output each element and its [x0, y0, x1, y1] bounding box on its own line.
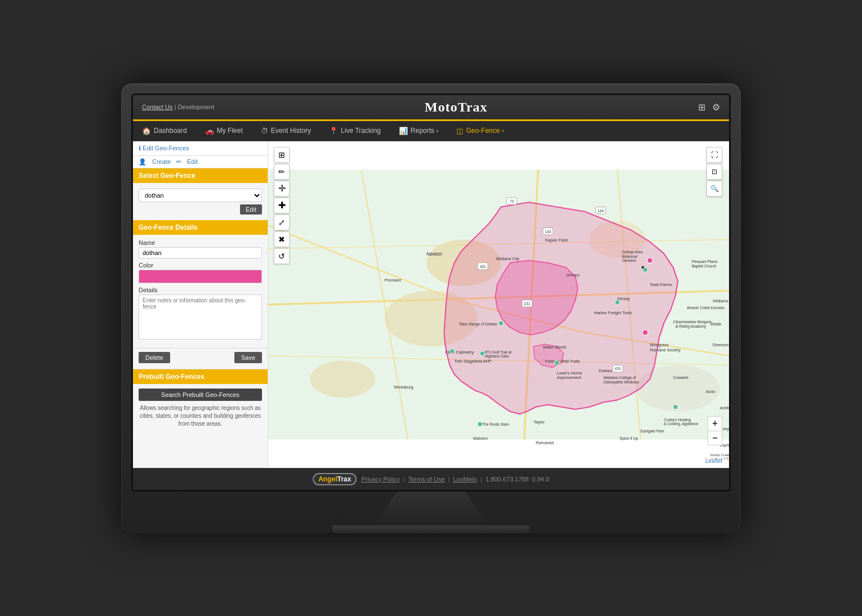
- app-footer: AngelTrax Privacy Policy | Terms of Use …: [133, 468, 729, 490]
- login-link[interactable]: LooMeIn: [453, 476, 477, 483]
- create-link[interactable]: Create: [152, 158, 171, 165]
- breadcrumb: ℹ Edit Geo-Fences: [133, 141, 268, 156]
- svg-text:Ebenezer Baptist Church: Ebenezer Baptist Church: [713, 343, 729, 347]
- footer-logo-text: AngelTrax: [313, 473, 357, 485]
- geo-fence-select[interactable]: dothan: [139, 189, 262, 202]
- terms-link[interactable]: Terms of Use: [408, 476, 445, 483]
- svg-text:Todd Farms: Todd Farms: [650, 282, 672, 287]
- layers-icon: ⊞: [278, 150, 285, 159]
- svg-text:RTJ Golf Trail at: RTJ Golf Trail at: [485, 350, 512, 354]
- shrink-icon: ⊡: [712, 168, 717, 176]
- nav-item-reports[interactable]: 📊 Reports ›: [390, 121, 447, 141]
- delete-button[interactable]: Delete: [139, 352, 170, 363]
- svg-text:134: 134: [597, 208, 603, 212]
- svg-text:Water World: Water World: [543, 345, 566, 350]
- nav-item-event-history[interactable]: ⏱ Event History: [252, 121, 320, 141]
- dashboard-icon: 🏠: [142, 127, 151, 135]
- map-container: Newton Pinckard Midland City Napier Fiel…: [268, 141, 729, 468]
- grid-icon[interactable]: ⊞: [698, 102, 705, 113]
- svg-text:Spice It Up: Spice It Up: [620, 436, 638, 440]
- svg-point-67: [642, 329, 648, 335]
- svg-text:Kinsey: Kinsey: [617, 296, 630, 301]
- prebuilt-section: Prebuilt Geo-Fences Search Prebuilt Geo-…: [133, 369, 268, 432]
- draw-icon: ✏: [278, 167, 285, 176]
- contact-link[interactable]: Contact Us: [142, 104, 172, 110]
- svg-text:134: 134: [545, 229, 551, 233]
- nav-bar: 🏠 Dashboard 🚗 My Fleet ⏱ Event History 📍…: [133, 121, 729, 141]
- crosshair-tool-button[interactable]: ✛: [274, 181, 290, 197]
- svg-text:Baptist Church: Baptist Church: [692, 264, 717, 268]
- shrink-button[interactable]: ⊡: [707, 164, 722, 180]
- edit-button[interactable]: Edit: [240, 204, 262, 215]
- footer-sep3: |: [481, 476, 482, 483]
- nav-item-live-tracking[interactable]: 📍 Live Tracking: [320, 121, 390, 141]
- search-map-button[interactable]: 🔍: [707, 181, 722, 197]
- svg-text:Toth Stagefield AHP: Toth Stagefield AHP: [455, 359, 492, 364]
- svg-text:Ashford: Ashford: [719, 405, 729, 410]
- draw-tool-button[interactable]: ✏: [274, 164, 290, 180]
- save-button[interactable]: Save: [234, 352, 262, 363]
- nav-label-dashboard: Dashboard: [154, 127, 187, 135]
- select-geo-fence-header: Select Geo-Fence: [133, 168, 268, 183]
- zoom-out-button[interactable]: −: [708, 431, 722, 445]
- svg-text:Harbor Freight Tools: Harbor Freight Tools: [594, 310, 632, 315]
- header-icons: ⊞ ⚙: [698, 102, 720, 113]
- delete-tool-button[interactable]: ✖: [274, 231, 290, 247]
- leaflet-link[interactable]: Leaflet: [705, 458, 722, 464]
- footer-links: Privacy Policy | Terms of Use | LooMeIn …: [361, 476, 549, 483]
- name-input[interactable]: [139, 247, 262, 258]
- svg-text:Williams: Williams: [713, 298, 728, 303]
- nav-item-dashboard[interactable]: 🏠 Dashboard: [133, 121, 196, 141]
- sidebar: ℹ Edit Geo-Fences 👤 Create ✏ Edit Select…: [133, 141, 268, 468]
- privacy-link[interactable]: Privacy Policy: [361, 476, 399, 483]
- svg-text:Dothan Area: Dothan Area: [622, 250, 643, 254]
- search-prebuilt-button[interactable]: Search Prebuilt Geo-Fences: [139, 389, 262, 401]
- breadcrumb-edit-link[interactable]: Edit Geo-Fences: [143, 145, 189, 151]
- select-body: dothan Edit: [133, 183, 268, 220]
- pan-tool-button[interactable]: ✚: [274, 198, 290, 213]
- details-label: Details: [139, 287, 262, 293]
- svg-text:Clearmeadow Morgans: Clearmeadow Morgans: [673, 320, 712, 324]
- edit-link[interactable]: Edit: [187, 158, 198, 165]
- rotate-tool-button[interactable]: ↺: [274, 248, 290, 264]
- resize-tool-button[interactable]: ⤢: [274, 215, 290, 230]
- footer-phone: 1.800.673.1788: [486, 476, 528, 483]
- nav-item-my-fleet[interactable]: 🚗 My Fleet: [196, 121, 252, 141]
- nav-label-reports: Reports ›: [411, 127, 438, 135]
- map-controls-top-right: ⛶ ⊡ 🔍: [707, 147, 722, 197]
- nav-item-geo-fence[interactable]: ◫ Geo-Fence ›: [447, 121, 513, 141]
- footer-version: 0.94.0: [532, 476, 549, 483]
- main-content: ℹ Edit Geo-Fences 👤 Create ✏ Edit Select…: [133, 141, 729, 468]
- geo-fence-icon: ◫: [456, 127, 463, 135]
- svg-point-65: [647, 257, 653, 263]
- app-header: Contact Us | Development MotoTrax ⊞ ⚙: [133, 95, 729, 121]
- delete-icon: ✖: [278, 235, 285, 244]
- search-map-icon: 🔍: [710, 185, 719, 193]
- map-svg: Newton Pinckard Midland City Napier Fiel…: [268, 141, 729, 468]
- svg-text:Highland Oaks: Highland Oaks: [485, 354, 509, 359]
- zoom-in-button[interactable]: +: [708, 416, 722, 431]
- svg-text:Improvement: Improvement: [557, 375, 581, 380]
- svg-text:431: 431: [615, 367, 621, 371]
- footer-sep2: |: [448, 476, 450, 483]
- fullscreen-button[interactable]: ⛶: [707, 147, 722, 163]
- svg-text:Avon: Avon: [706, 389, 716, 394]
- svg-text:CBW Cabinetry: CBW Cabinetry: [445, 349, 474, 354]
- svg-text:231: 231: [524, 301, 530, 305]
- svg-text:Newton: Newton: [426, 252, 442, 257]
- nav-label-geo-fence: Geo-Fence ›: [466, 127, 504, 135]
- svg-point-70: [450, 349, 454, 353]
- svg-point-12: [310, 360, 375, 398]
- pan-icon: ✚: [278, 200, 286, 211]
- svg-text:Botanical: Botanical: [622, 254, 638, 258]
- svg-text:Rehobeth: Rehobeth: [536, 440, 554, 445]
- details-textarea[interactable]: [139, 294, 262, 340]
- monitor-stand: [375, 492, 487, 525]
- edit-icon: ✏: [176, 158, 181, 166]
- layers-tool-button[interactable]: ⊞: [274, 147, 290, 163]
- svg-text:Wicksburg: Wicksburg: [394, 384, 414, 389]
- svg-text:Forever Wild Trails: Forever Wild Trails: [545, 359, 580, 364]
- color-swatch[interactable]: [139, 270, 262, 283]
- svg-text:& Riding Academy: & Riding Academy: [676, 324, 707, 329]
- gear-icon[interactable]: ⚙: [712, 102, 720, 113]
